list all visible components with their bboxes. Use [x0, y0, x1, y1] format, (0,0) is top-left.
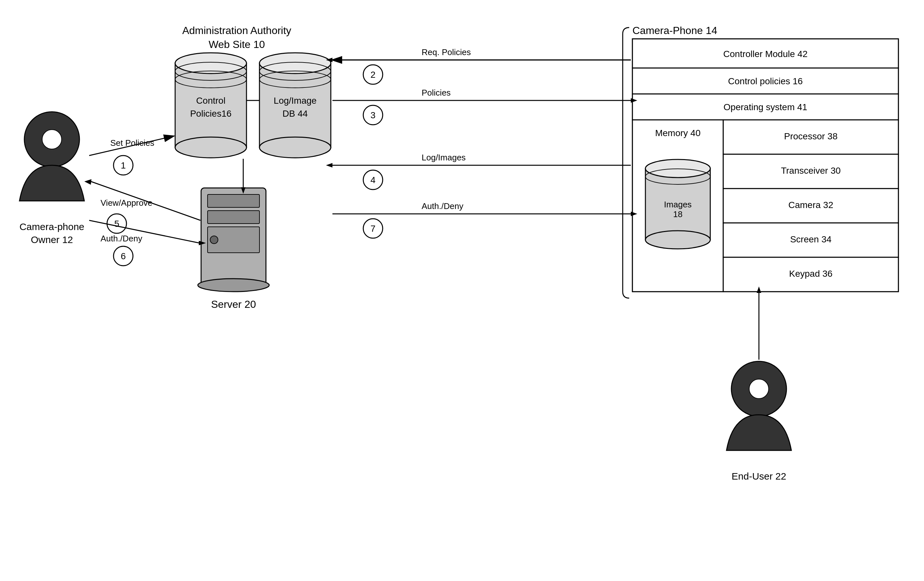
log-images-arrowhead	[326, 163, 332, 168]
control-policies-text2: Policies16	[190, 109, 231, 119]
website-label: Web Site 10	[208, 39, 265, 50]
camera-phone-label: Camera-Phone 14	[632, 25, 717, 36]
step6-label: 6	[120, 251, 126, 261]
controller-module-text: Controller Module 42	[723, 49, 808, 59]
control-policies-cylinder-bottom	[175, 137, 246, 158]
owner-label1: Camera-phone	[20, 221, 84, 232]
step2-label: 2	[370, 70, 376, 80]
enduser-body	[726, 415, 791, 450]
auth-deny-right-label: Auth./Deny	[422, 201, 464, 211]
camera-text: Camera 32	[789, 200, 833, 210]
step1-label: 1	[120, 160, 126, 170]
owner-body	[20, 165, 84, 201]
admin-authority-label: Administration Authority	[182, 25, 291, 36]
server-base	[198, 279, 269, 291]
memory-text: Memory 40	[655, 128, 701, 138]
enduser-badge	[749, 379, 769, 398]
transceiver-text: Transceiver 30	[781, 166, 841, 176]
os-text: Operating system 41	[724, 102, 807, 112]
images-text1: Images	[664, 199, 691, 209]
diagram: Administration Authority Web Site 10 Con…	[0, 0, 924, 581]
owner-badge	[42, 130, 62, 149]
diagram-svg: Administration Authority Web Site 10 Con…	[0, 0, 924, 581]
processor-text: Processor 38	[784, 131, 838, 141]
set-policies-label: Set Policies	[110, 138, 154, 148]
step4-label: 4	[370, 175, 376, 185]
control-policies-phone-text: Control policies 16	[728, 76, 803, 86]
images-text2: 18	[673, 209, 683, 219]
log-image-db-text1: Log/Image	[274, 95, 317, 105]
server-button	[210, 236, 218, 244]
step7-label: 7	[370, 224, 376, 234]
step5-label: 5	[114, 219, 119, 229]
step3-label: 3	[370, 110, 376, 120]
screen-text: Screen 34	[790, 234, 832, 244]
server-label: Server 20	[211, 298, 256, 310]
view-approve-label: View/Approve	[101, 198, 152, 208]
control-policies-cylinder-top	[175, 53, 246, 74]
view-approve-arrowhead	[84, 179, 91, 185]
req-policies-label: Req. Policies	[422, 47, 471, 57]
server-drive2	[208, 211, 259, 224]
images-cylinder-bottom	[645, 231, 710, 249]
server-drive1	[208, 194, 259, 207]
policies-label: Policies	[422, 88, 451, 97]
control-policies-text1: Control	[196, 95, 225, 105]
owner-label2: Owner 12	[31, 234, 73, 245]
keypad-text: Keypad 36	[789, 268, 833, 279]
log-image-db-cylinder-bottom	[259, 137, 331, 158]
camera-phone-bracket	[623, 28, 629, 298]
auth-deny-left-label: Auth./Deny	[101, 234, 142, 244]
log-image-db-text2: DB 44	[282, 109, 308, 119]
log-images-label: Log/Images	[422, 153, 466, 162]
log-image-db-cylinder-top	[259, 53, 331, 74]
enduser-label: End-User 22	[732, 471, 786, 482]
